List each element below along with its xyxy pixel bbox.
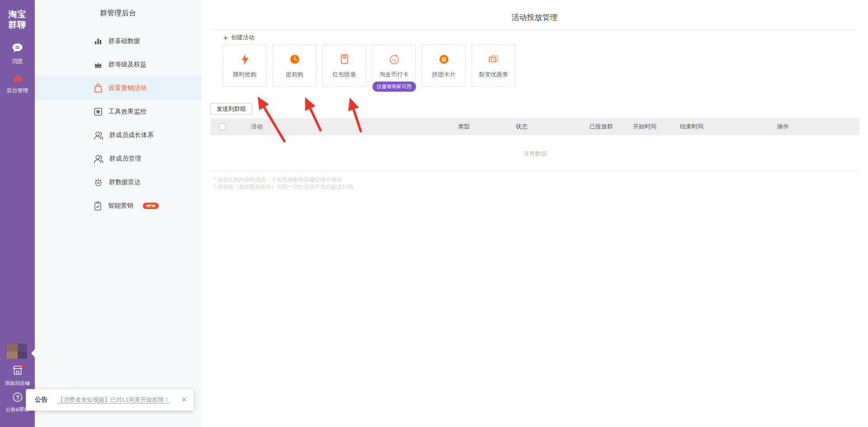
column-header-start-time: 开始时间 xyxy=(633,118,656,135)
announcement-toast: 公告 【消费者发短视频】已对L1商家开放权限！ ✕ xyxy=(26,389,194,411)
footnote-line: * 活动只面向群内成员，不会在搜索和店铺公域中展示 xyxy=(213,176,353,183)
members-icon xyxy=(94,154,104,163)
notification-dot xyxy=(21,365,24,368)
svg-text:团: 团 xyxy=(441,56,446,62)
close-icon[interactable]: ✕ xyxy=(181,396,187,403)
sidebar-item-label: 群成员成长体系 xyxy=(109,131,154,139)
lightning-icon xyxy=(241,53,250,66)
column-chart-icon xyxy=(94,37,103,46)
card-flash-sale[interactable]: 限时抢购 xyxy=(223,44,267,87)
sidebar-item-label: 群等级及权益 xyxy=(108,61,146,69)
activity-card-row: 限时抢购 提前购 ¥ xyxy=(223,44,515,87)
card-early-buy[interactable]: 提前购 xyxy=(273,44,316,87)
red-envelope-icon: ¥ xyxy=(340,53,349,66)
footnote-line: * 活动期（包括预热阶段）在同一日的活动不允许超过10场 xyxy=(213,183,353,190)
create-activity-button[interactable]: + 创建活动 xyxy=(223,33,255,42)
sidebar-item-label: 群数据雷达 xyxy=(109,178,141,186)
announcement-link[interactable]: 【消费者发短视频】已对L1商家开放权限！ xyxy=(57,396,170,404)
card-group-buy[interactable]: 团 拼团卡片 xyxy=(422,44,466,87)
column-header-end-time: 结束时间 xyxy=(680,118,703,135)
sidebar-item-label: 设置营销活动 xyxy=(108,84,146,92)
create-activity-label: 创建活动 xyxy=(231,33,255,42)
members-icon xyxy=(94,131,104,140)
rail-item-messages[interactable]: 消息 xyxy=(0,43,35,65)
shop-avatar[interactable] xyxy=(7,344,27,359)
card-fission-coupon[interactable]: ¥ 裂变优惠券 xyxy=(472,44,515,87)
card-label: 红包喷泉 xyxy=(333,71,356,79)
radar-bulb-icon xyxy=(94,178,103,187)
logo-line1: 淘宝 xyxy=(0,9,35,19)
crown-icon xyxy=(94,60,103,69)
sidebar-title: 群管理后台 xyxy=(35,9,201,18)
plus-icon: + xyxy=(223,34,228,42)
logo-line2: 群聊 xyxy=(0,19,35,30)
sidebar: 群管理后台 群基础数据 群等级及权益 xyxy=(35,0,201,427)
sidebar-item-member-management[interactable]: 群成员管理 xyxy=(35,147,201,171)
column-header-status: 状态 xyxy=(516,118,528,135)
rail-management-label: 后台管理 xyxy=(0,87,35,95)
invite-only-badge: 仅邀请商家可用 xyxy=(372,81,416,92)
table-header-row: 活动 类型 状态 已投放群 开始时间 结束时间 操作 xyxy=(211,118,859,135)
card-label: 拼团卡片 xyxy=(432,71,456,79)
sidebar-item-smart-marketing[interactable]: 智能营销 NEW xyxy=(35,194,201,218)
tooltip-caret xyxy=(31,349,35,357)
sidebar-item-group-level-rights[interactable]: 群等级及权益 xyxy=(35,53,201,76)
sidebar-item-tool-monitoring[interactable]: 工具效果监控 xyxy=(35,100,201,123)
coin-face-icon xyxy=(389,53,400,66)
column-header-type: 类型 xyxy=(458,118,470,135)
card-label: 提前购 xyxy=(286,71,303,79)
clock-icon xyxy=(290,53,300,66)
sidebar-item-marketing-activities[interactable]: 设置营销活动 xyxy=(35,76,201,100)
shopping-bag-icon xyxy=(94,83,103,93)
card-label: 淘金币打卡 xyxy=(379,71,409,79)
app-logo: 淘宝 群聊 xyxy=(0,9,35,30)
clipboard-check-icon xyxy=(94,201,102,211)
tool-monitor-icon xyxy=(94,107,103,116)
card-red-packet-fountain[interactable]: ¥ 红包喷泉 xyxy=(322,44,366,87)
svg-text:?: ? xyxy=(16,394,19,401)
select-all-checkbox[interactable] xyxy=(219,123,226,130)
announcement-label: 公告 xyxy=(35,396,47,404)
rail-item-backend-management[interactable]: 后台管理 xyxy=(0,73,35,95)
chat-bubble-icon xyxy=(0,43,35,56)
column-header-deployed-groups: 已投放群 xyxy=(590,118,613,135)
group-circle-icon: 团 xyxy=(439,53,449,66)
table-bottom-divider xyxy=(211,171,859,171)
main-content: 活动投放管理 + 创建活动 限时抢购 xyxy=(201,0,868,427)
rail-item-add-to-shop[interactable]: 添加到店铺 xyxy=(0,365,35,387)
left-rail: 淘宝 群聊 消息 后台管理 xyxy=(0,0,35,427)
sidebar-item-label: 群成员管理 xyxy=(109,155,141,163)
add-to-shop-label: 添加到店铺 xyxy=(0,380,35,387)
svg-text:¥: ¥ xyxy=(491,58,492,61)
card-label: 裂变优惠券 xyxy=(479,71,508,79)
sidebar-item-label: 智能营销 xyxy=(108,202,133,210)
column-header-activity: 活动 xyxy=(251,118,263,135)
rail-messages-label: 消息 xyxy=(0,57,35,65)
sidebar-item-member-growth[interactable]: 群成员成长体系 xyxy=(35,123,201,147)
bar-chart-icon xyxy=(0,73,35,85)
footnotes: * 活动只面向群内成员，不会在搜索和店铺公域中展示 * 活动期（包括预热阶段）在… xyxy=(213,176,353,190)
sidebar-menu: 群基础数据 群等级及权益 设置营销活动 xyxy=(35,29,201,218)
app-root: 淘宝 群聊 消息 后台管理 xyxy=(0,0,868,427)
sidebar-item-data-radar[interactable]: 群数据雷达 xyxy=(35,171,201,194)
sidebar-item-label: 群基础数据 xyxy=(108,37,140,45)
card-gold-coin-checkin[interactable]: 淘金币打卡 仅邀请商家可用 xyxy=(372,44,416,87)
card-label: 限时抢购 xyxy=(233,71,257,79)
sidebar-item-label: 工具效果监控 xyxy=(108,108,146,116)
column-header-actions: 操作 xyxy=(777,118,789,135)
new-badge: NEW xyxy=(143,203,159,209)
page-title: 活动投放管理 xyxy=(201,12,868,23)
send-to-groups-button[interactable]: 发送到群组 xyxy=(210,103,252,114)
coupon-icon: ¥ xyxy=(488,53,500,66)
table-empty-state: 没有数据 xyxy=(211,150,859,158)
title-divider xyxy=(211,29,859,30)
storefront-icon xyxy=(0,365,35,378)
sidebar-item-group-basic-data[interactable]: 群基础数据 xyxy=(35,29,201,53)
